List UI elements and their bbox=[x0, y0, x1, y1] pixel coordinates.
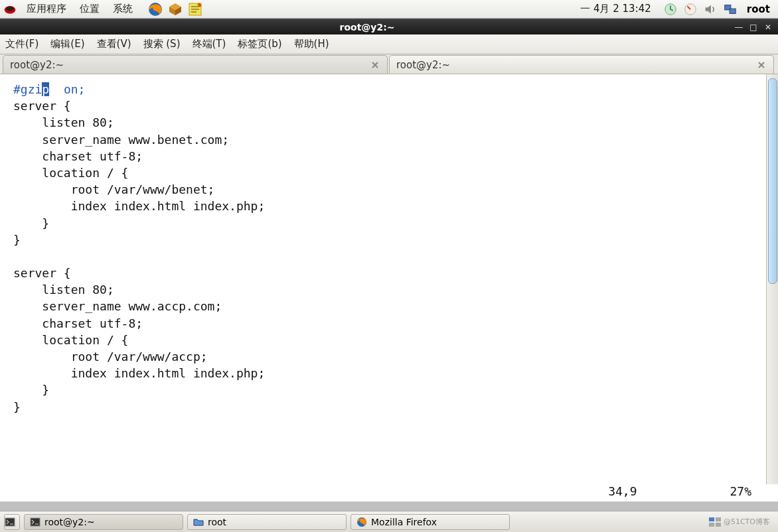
svg-rect-14 bbox=[716, 523, 721, 527]
cursor: p bbox=[42, 82, 49, 96]
notes-launcher-icon[interactable] bbox=[187, 1, 203, 17]
tab-close-icon[interactable] bbox=[756, 60, 767, 70]
terminal-tabs: root@y2:~ root@y2:~ bbox=[0, 54, 778, 74]
taskbar-label: Mozilla Firefox bbox=[371, 517, 437, 527]
window-border bbox=[0, 501, 778, 511]
menu-file[interactable]: 文件(F) bbox=[5, 38, 39, 50]
menubar: 文件(F) 编辑(E) 查看(V) 搜索 (S) 终端(T) 标签页(b) 帮助… bbox=[0, 34, 778, 54]
terminal-icon bbox=[30, 517, 40, 527]
scroll-thumb[interactable] bbox=[768, 78, 777, 284]
gzip-comment-rest: on; bbox=[49, 82, 85, 96]
show-desktop-button[interactable] bbox=[4, 514, 20, 530]
scroll-percent: 27% bbox=[730, 484, 751, 501]
system-tray bbox=[658, 2, 743, 17]
menu-tabs[interactable]: 标签页(b) bbox=[238, 38, 281, 50]
launcher-icons bbox=[147, 1, 203, 17]
cpu-monitor-icon[interactable] bbox=[683, 2, 698, 17]
terminal-icon bbox=[5, 517, 15, 527]
menu-edit[interactable]: 编辑(E) bbox=[50, 38, 84, 50]
svg-point-1 bbox=[6, 6, 14, 11]
svg-rect-7 bbox=[730, 9, 736, 13]
svg-rect-9 bbox=[31, 518, 40, 526]
volume-icon[interactable] bbox=[703, 2, 718, 17]
maximize-button[interactable]: □ bbox=[747, 22, 759, 33]
folder-icon bbox=[193, 517, 204, 527]
watermark: @51CTO博客 bbox=[709, 517, 774, 527]
minimize-button[interactable]: ― bbox=[733, 22, 745, 33]
svg-rect-13 bbox=[709, 523, 714, 527]
taskbar-firefox[interactable]: Mozilla Firefox bbox=[350, 514, 510, 530]
network-icon[interactable] bbox=[723, 2, 738, 17]
terminal-body: server { listen 80; server_name www.bene… bbox=[13, 99, 265, 413]
package-launcher-icon[interactable] bbox=[167, 1, 183, 17]
close-button[interactable]: ✕ bbox=[762, 22, 774, 33]
taskbar-terminal[interactable]: root@y2:~ bbox=[24, 514, 183, 530]
firefox-icon bbox=[356, 517, 367, 527]
updates-icon[interactable] bbox=[663, 2, 678, 17]
menu-applications[interactable]: 应用程序 bbox=[20, 1, 73, 17]
user-menu[interactable]: root bbox=[743, 3, 775, 15]
menu-system[interactable]: 系统 bbox=[106, 1, 139, 17]
tab-1[interactable]: root@y2:~ bbox=[3, 55, 388, 74]
gzip-comment-prefix: #gzi bbox=[13, 82, 42, 96]
window-titlebar: root@y2:~ ― □ ✕ bbox=[0, 19, 778, 34]
tab-label: root@y2:~ bbox=[10, 59, 64, 71]
menu-terminal[interactable]: 终端(T) bbox=[193, 38, 226, 50]
taskbar-label: root bbox=[208, 517, 226, 527]
terminal-output[interactable]: #gzip on; server { listen 80; server_nam… bbox=[0, 74, 766, 484]
menu-view[interactable]: 查看(V) bbox=[97, 38, 131, 50]
scrollbar[interactable] bbox=[766, 74, 778, 484]
svg-rect-12 bbox=[716, 517, 721, 521]
redhat-logo-icon bbox=[3, 3, 17, 16]
tab-2[interactable]: root@y2:~ bbox=[389, 55, 774, 74]
clock[interactable]: 一 4月 2 13:42 bbox=[574, 3, 658, 15]
menu-help[interactable]: 帮助(H) bbox=[294, 38, 329, 50]
taskbar-label: root@y2:~ bbox=[44, 517, 95, 527]
firefox-launcher-icon[interactable] bbox=[147, 1, 163, 17]
workspace-switcher-icon[interactable] bbox=[709, 517, 721, 527]
svg-rect-11 bbox=[709, 517, 714, 521]
menu-search[interactable]: 搜索 (S) bbox=[143, 38, 181, 50]
cursor-position: 34,9 bbox=[608, 484, 637, 501]
tab-close-icon[interactable] bbox=[370, 60, 380, 70]
top-panel: 应用程序 位置 系统 一 4月 2 13:42 root bbox=[0, 0, 778, 19]
taskbar-files[interactable]: root bbox=[187, 514, 347, 530]
vim-status-line: 34,9 27% bbox=[0, 484, 778, 501]
terminal-area: #gzip on; server { listen 80; server_nam… bbox=[0, 74, 778, 484]
taskbar: root@y2:~ root Mozilla Firefox @51CTO博客 bbox=[0, 511, 778, 532]
svg-rect-8 bbox=[5, 518, 15, 526]
window-title: root@y2:~ bbox=[4, 22, 730, 33]
menu-places[interactable]: 位置 bbox=[73, 1, 106, 17]
tab-label: root@y2:~ bbox=[396, 59, 450, 71]
